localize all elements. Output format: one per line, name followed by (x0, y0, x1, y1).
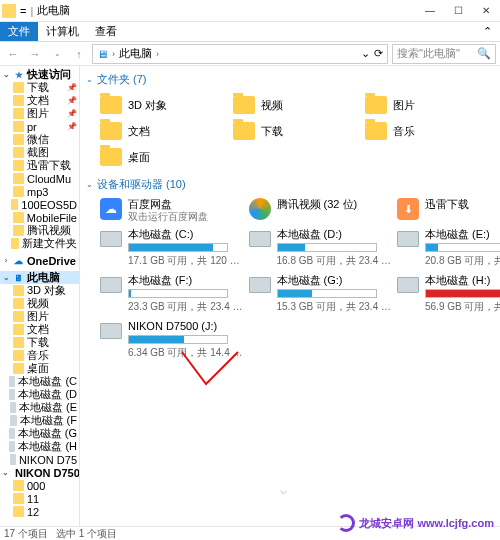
tree-item[interactable]: 100EOS5D (0, 198, 79, 211)
device-icon (100, 274, 122, 296)
address-bar-row: ← → ⌄ ↑ 🖥 › 此电脑 › ⌄ ⟳ 搜索"此电脑" 🔍 (0, 42, 500, 66)
folder-item[interactable]: 文档 (100, 119, 229, 143)
nav-up-button[interactable]: ↑ (70, 45, 88, 63)
crumb-pc-icon: 🖥 (97, 48, 108, 60)
tab-computer[interactable]: 计算机 (38, 22, 87, 41)
device-icon (249, 228, 271, 250)
device-item[interactable]: NIKON D7500 (J:)6.34 GB 可用，共 14.4 … (100, 320, 243, 360)
nav-forward-button[interactable]: → (26, 45, 44, 63)
usage-bar (128, 335, 228, 344)
tree-item[interactable]: 图片📌 (0, 107, 79, 120)
usage-text: 16.8 GB 可用，共 23.4 … (277, 254, 392, 268)
section-devices[interactable]: ⌄设备和驱动器 (10) (86, 175, 494, 194)
device-icon (249, 274, 271, 296)
usage-text: 23.3 GB 可用，共 23.4 … (128, 300, 243, 314)
device-name: 本地磁盘 (E:) (425, 228, 500, 240)
device-item[interactable]: 本地磁盘 (C:)17.1 GB 可用，共 120 … (100, 228, 243, 268)
app-folder-icon (2, 4, 16, 18)
status-selection: 选中 1 个项目 (56, 527, 117, 541)
section-folders[interactable]: ⌄文件夹 (7) (86, 70, 494, 89)
device-subtitle: 双击运行百度网盘 (128, 211, 208, 222)
device-grid: ☁ 百度网盘双击运行百度网盘 腾讯视频 (32 位) ⬇ 迅雷下载 本地磁盘 (… (100, 198, 494, 360)
usage-bar (128, 243, 228, 252)
tree-nikon[interactable]: ⌄NIKON D750 (0, 466, 79, 479)
usage-bar (128, 289, 228, 298)
usage-text: 20.8 GB 可用，共 23.4 … (425, 254, 500, 268)
device-icon (100, 320, 122, 342)
usage-bar (425, 243, 500, 252)
folder-icon (100, 122, 122, 140)
device-name: 本地磁盘 (F:) (128, 274, 243, 286)
tab-view[interactable]: 查看 (87, 22, 125, 41)
nav-recent-dropdown[interactable]: ⌄ (48, 45, 66, 63)
tree-item[interactable]: NIKON D75 (0, 453, 79, 466)
device-name: 本地磁盘 (C:) (128, 228, 240, 240)
minimize-button[interactable]: — (418, 2, 442, 20)
folder-grid: 3D 对象视频图片文档下载音乐桌面 (100, 93, 494, 169)
title-sep: = (20, 5, 26, 17)
tree-item[interactable]: 12 (0, 505, 79, 518)
tree-item[interactable]: 000 (0, 479, 79, 492)
folder-item[interactable]: 下载 (233, 119, 362, 143)
tree-item[interactable]: mp3 (0, 185, 79, 198)
tree-onedrive[interactable]: ›☁OneDrive (0, 254, 79, 267)
device-name: 本地磁盘 (D:) (277, 228, 392, 240)
device-item[interactable]: ☁ 百度网盘双击运行百度网盘 (100, 198, 243, 222)
tree-item[interactable]: 11 (0, 492, 79, 505)
usage-text: 6.34 GB 可用，共 14.4 … (128, 346, 243, 360)
folder-item[interactable]: 视频 (233, 93, 362, 117)
device-icon (100, 228, 122, 250)
folder-item[interactable]: 图片 (365, 93, 494, 117)
device-icon (397, 274, 419, 296)
folder-item[interactable]: 桌面 (100, 145, 229, 169)
titlebar: = | 此电脑 — ☐ ✕ (0, 0, 500, 22)
device-item[interactable]: 本地磁盘 (D:)16.8 GB 可用，共 23.4 … (249, 228, 392, 268)
crumb-dropdown-icon[interactable]: ⌄ (361, 47, 370, 60)
folder-icon (233, 96, 255, 114)
nav-back-button[interactable]: ← (4, 45, 22, 63)
nav-tree[interactable]: ⌄★快速访问 下载📌文档📌图片📌pr📌微信截图迅雷下载CloudMump3100… (0, 66, 80, 526)
device-icon: ⬇ (397, 198, 419, 220)
usage-text: 17.1 GB 可用，共 120 … (128, 254, 240, 268)
usage-text: 15.3 GB 可用，共 23.4 … (277, 300, 392, 314)
device-item[interactable]: 本地磁盘 (G:)15.3 GB 可用，共 23.4 … (249, 274, 392, 314)
usage-bar (425, 289, 500, 298)
device-item[interactable]: ⬇ 迅雷下载 (397, 198, 500, 222)
tree-item[interactable]: CloudMu (0, 172, 79, 185)
folder-icon (365, 122, 387, 140)
device-name: 本地磁盘 (H:) (425, 274, 500, 286)
device-name: 百度网盘 (128, 198, 208, 210)
folder-icon (100, 148, 122, 166)
usage-bar (277, 289, 377, 298)
device-item[interactable]: 本地磁盘 (H:)56.9 GB 可用，共 861 … (397, 274, 500, 314)
crumb-arrow-2: › (156, 49, 159, 59)
device-item[interactable]: 本地磁盘 (F:)23.3 GB 可用，共 23.4 … (100, 274, 243, 314)
breadcrumb[interactable]: 🖥 › 此电脑 › ⌄ ⟳ (92, 44, 388, 64)
tree-item[interactable]: 迅雷下载 (0, 159, 79, 172)
usage-bar (277, 243, 377, 252)
crumb-root[interactable]: 此电脑 (119, 46, 152, 61)
maximize-button[interactable]: ☐ (446, 2, 470, 20)
tree-item[interactable]: 新建文件夹 (0, 237, 79, 250)
search-icon: 🔍 (477, 47, 491, 60)
device-icon (249, 198, 271, 220)
device-name: 迅雷下载 (425, 198, 469, 210)
refresh-icon[interactable]: ⟳ (374, 47, 383, 60)
device-name: 腾讯视频 (32 位) (277, 198, 358, 210)
folder-item[interactable]: 音乐 (365, 119, 494, 143)
crumb-arrow-1: › (112, 49, 115, 59)
tab-file[interactable]: 文件 (0, 22, 38, 41)
folder-item[interactable]: 3D 对象 (100, 93, 229, 117)
device-item[interactable]: 腾讯视频 (32 位) (249, 198, 392, 222)
device-item[interactable]: 本地磁盘 (E:)20.8 GB 可用，共 23.4 … (397, 228, 500, 268)
close-button[interactable]: ✕ (474, 2, 498, 20)
folder-icon (233, 122, 255, 140)
ribbon-expand-icon[interactable]: ⌃ (475, 22, 500, 41)
search-placeholder: 搜索"此电脑" (397, 46, 460, 61)
search-input[interactable]: 搜索"此电脑" 🔍 (392, 44, 496, 64)
usage-text: 56.9 GB 可用，共 861 … (425, 300, 500, 314)
folder-icon (365, 96, 387, 114)
device-icon (397, 228, 419, 250)
tree-item[interactable]: 本地磁盘 (H (0, 440, 79, 453)
device-name: 本地磁盘 (G:) (277, 274, 392, 286)
